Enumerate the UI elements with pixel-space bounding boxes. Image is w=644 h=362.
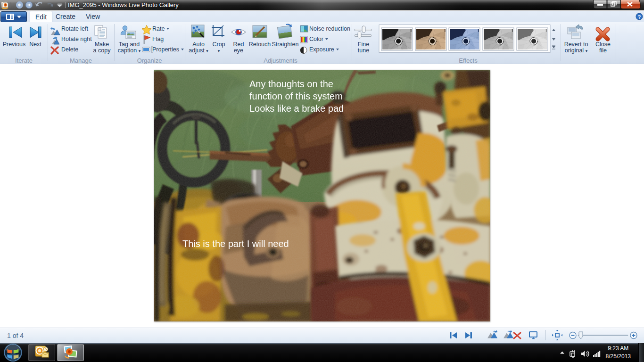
svg-text:?: ? (638, 14, 641, 20)
